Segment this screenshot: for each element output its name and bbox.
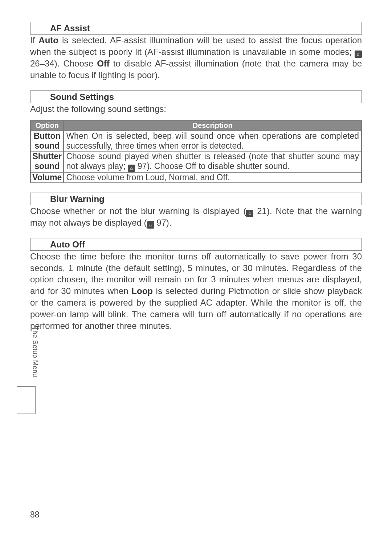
col-header-option: Option bbox=[30, 120, 64, 131]
table-row: Volume Choose volume from Loud, Normal, … bbox=[30, 172, 362, 183]
page-ref-icon: ⌂ bbox=[355, 51, 362, 58]
option-cell: Buttonsound bbox=[30, 131, 64, 151]
text: is selected, beep will sound once when o… bbox=[66, 131, 359, 150]
text: If bbox=[30, 35, 38, 45]
text: , and bbox=[196, 173, 217, 182]
description-cell: Choose volume from Loud, Normal, and Off… bbox=[64, 172, 362, 183]
text: When bbox=[66, 131, 91, 141]
document-page: AF Assist If Auto is selected, AF-assist… bbox=[0, 0, 392, 540]
text: 97). Choose bbox=[138, 161, 185, 171]
text: . bbox=[228, 173, 230, 182]
section-header-af-assist: AF Assist bbox=[30, 22, 362, 35]
page-ref-icon: ⌂ bbox=[128, 165, 135, 172]
table-row: Shuttersound Choose sound played when sh… bbox=[30, 151, 362, 172]
table-row: Buttonsound When On is selected, beep wi… bbox=[30, 131, 362, 151]
section-header-blur: Blur Warning bbox=[30, 193, 362, 205]
description-cell: Choose sound played when shutter is rele… bbox=[64, 151, 362, 172]
bold-normal: Normal bbox=[169, 173, 196, 182]
page-number: 88 bbox=[30, 510, 40, 520]
text: 97). bbox=[156, 218, 171, 227]
side-label: The Setup Menu bbox=[31, 326, 39, 377]
text: Choose volume from bbox=[66, 173, 146, 182]
bold-loud: Loud bbox=[146, 173, 164, 182]
section-body-autooff: Choose the time before the monitor turns… bbox=[30, 250, 362, 332]
bold-auto: Auto bbox=[38, 35, 58, 45]
bold-off: Off bbox=[185, 161, 196, 171]
table-header-row: Option Description bbox=[30, 120, 362, 131]
description-cell: When On is selected, beep will sound onc… bbox=[64, 131, 362, 151]
bold-on: On bbox=[91, 131, 103, 141]
section-body-af-assist: If Auto is selected, AF-assist illuminat… bbox=[30, 34, 362, 81]
section-body-blur: Choose whether or not the blur warning i… bbox=[30, 205, 362, 229]
text: 26–34). Choose bbox=[30, 59, 97, 68]
sound-settings-table: Option Description Buttonsound When On i… bbox=[30, 120, 362, 183]
text: is selected, AF-assist illumination will… bbox=[30, 35, 362, 57]
option-cell: Shuttersound bbox=[30, 151, 64, 172]
section-header-sound: Sound Settings bbox=[30, 90, 362, 103]
bold-off: Off bbox=[97, 59, 110, 68]
side-tab bbox=[17, 386, 36, 414]
section-intro-sound: Adjust the following sound settings: bbox=[30, 103, 362, 115]
bold-loop: Loop bbox=[131, 286, 153, 296]
option-cell: Volume bbox=[30, 172, 64, 183]
page-ref-icon: ⌂ bbox=[147, 221, 154, 229]
text: Choose whether or not the blur warning i… bbox=[30, 206, 246, 216]
bold-off: Off bbox=[217, 173, 228, 182]
page-ref-icon: ⌂ bbox=[246, 210, 253, 217]
text: , bbox=[164, 173, 169, 182]
section-header-autooff: Auto Off bbox=[30, 238, 362, 251]
col-header-description: Description bbox=[64, 120, 362, 131]
text: to disable shutter sound. bbox=[196, 161, 290, 171]
